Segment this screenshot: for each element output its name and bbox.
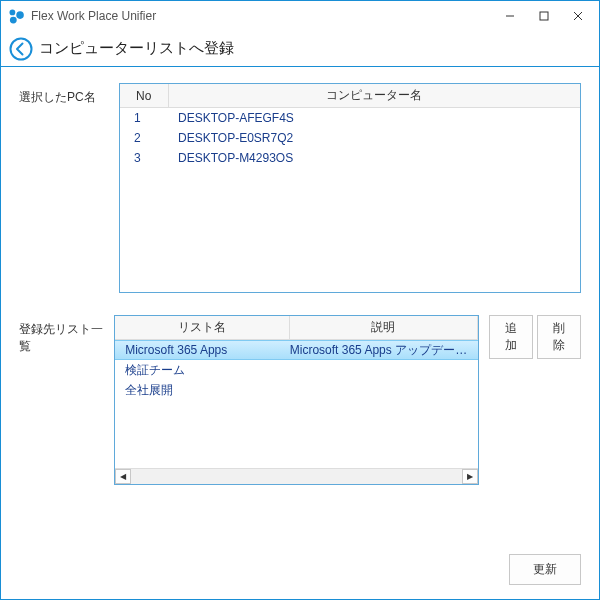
svg-point-2 bbox=[10, 17, 17, 24]
window-title: Flex Work Place Unifier bbox=[31, 9, 493, 23]
back-button[interactable] bbox=[9, 37, 33, 61]
pc-list-table: No コンピューター名 1DESKTOP-AFEGF4S2DESKTOP-E0S… bbox=[119, 83, 581, 293]
close-button[interactable] bbox=[561, 4, 595, 28]
cell-list-name: 検証チーム bbox=[125, 362, 290, 379]
cell-no: 3 bbox=[120, 148, 168, 168]
dest-rows: Microsoft 365 AppsMicrosoft 365 Apps アップ… bbox=[115, 340, 478, 400]
scroll-track[interactable] bbox=[131, 469, 462, 484]
footer: 更新 bbox=[1, 544, 599, 599]
update-button[interactable]: 更新 bbox=[509, 554, 581, 585]
selected-pc-section: 選択したPC名 No コンピューター名 1DESKTOP-AFEGF4S2DES… bbox=[19, 83, 581, 293]
col-header-list-name[interactable]: リスト名 bbox=[115, 316, 289, 340]
titlebar: Flex Work Place Unifier bbox=[1, 1, 599, 31]
cell-no: 1 bbox=[120, 108, 168, 129]
cell-list-name: Microsoft 365 Apps bbox=[125, 343, 290, 357]
list-item[interactable]: 全社展開 bbox=[115, 380, 478, 400]
app-window: Flex Work Place Unifier コンピューターリストへ登録 選択… bbox=[0, 0, 600, 600]
app-icon bbox=[7, 7, 25, 25]
content-area: 選択したPC名 No コンピューター名 1DESKTOP-AFEGF4S2DES… bbox=[1, 67, 599, 544]
cell-no: 2 bbox=[120, 128, 168, 148]
remove-button[interactable]: 削除 bbox=[537, 315, 581, 359]
cell-computer-name: DESKTOP-M4293OS bbox=[168, 148, 580, 168]
dest-action-buttons: 追加 削除 bbox=[489, 315, 581, 359]
cell-computer-name: DESKTOP-AFEGF4S bbox=[168, 108, 580, 129]
scroll-right-button[interactable]: ▶ bbox=[462, 469, 478, 484]
minimize-button[interactable] bbox=[493, 4, 527, 28]
svg-point-0 bbox=[10, 10, 16, 16]
col-header-no[interactable]: No bbox=[120, 84, 168, 108]
col-header-computer-name[interactable]: コンピューター名 bbox=[168, 84, 580, 108]
horizontal-scrollbar[interactable]: ◀ ▶ bbox=[115, 468, 478, 484]
svg-rect-4 bbox=[540, 12, 548, 20]
col-header-description[interactable]: 説明 bbox=[289, 316, 477, 340]
dest-list-label: 登録先リスト一覧 bbox=[19, 315, 114, 355]
cell-computer-name: DESKTOP-E0SR7Q2 bbox=[168, 128, 580, 148]
scroll-left-button[interactable]: ◀ bbox=[115, 469, 131, 484]
dest-list-section: 登録先リスト一覧 リスト名 説明 Mic bbox=[19, 315, 581, 485]
dest-list-table: リスト名 説明 Microsoft 365 AppsMicrosoft 365 … bbox=[114, 315, 479, 485]
page-header: コンピューターリストへ登録 bbox=[1, 31, 599, 67]
page-title: コンピューターリストへ登録 bbox=[39, 39, 234, 58]
svg-point-1 bbox=[16, 11, 24, 19]
selected-pc-label: 選択したPC名 bbox=[19, 83, 119, 106]
svg-point-7 bbox=[11, 38, 32, 59]
list-item[interactable]: 検証チーム bbox=[115, 360, 478, 380]
cell-description: Microsoft 365 Apps アップデート配信用 コン bbox=[290, 342, 468, 359]
add-button[interactable]: 追加 bbox=[489, 315, 533, 359]
table-row[interactable]: 2DESKTOP-E0SR7Q2 bbox=[120, 128, 580, 148]
list-item[interactable]: Microsoft 365 AppsMicrosoft 365 Apps アップ… bbox=[115, 340, 478, 360]
cell-list-name: 全社展開 bbox=[125, 382, 290, 399]
table-row[interactable]: 1DESKTOP-AFEGF4S bbox=[120, 108, 580, 129]
table-row[interactable]: 3DESKTOP-M4293OS bbox=[120, 148, 580, 168]
maximize-button[interactable] bbox=[527, 4, 561, 28]
